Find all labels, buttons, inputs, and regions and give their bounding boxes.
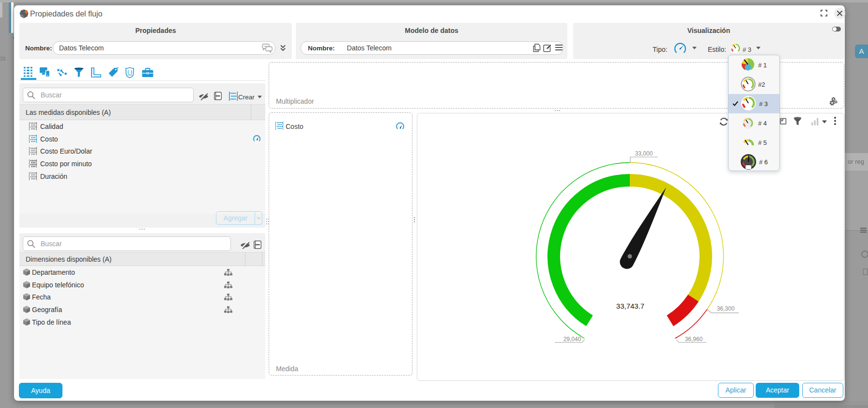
svg-text:33,000: 33,000 [635,150,653,157]
svg-text:36,960: 36,960 [685,336,703,343]
svg-text:33,743.7: 33,743.7 [616,302,644,310]
svg-text:36,300: 36,300 [717,305,735,312]
svg-text:css: css [127,73,132,76]
svg-text:29,040: 29,040 [563,336,581,343]
